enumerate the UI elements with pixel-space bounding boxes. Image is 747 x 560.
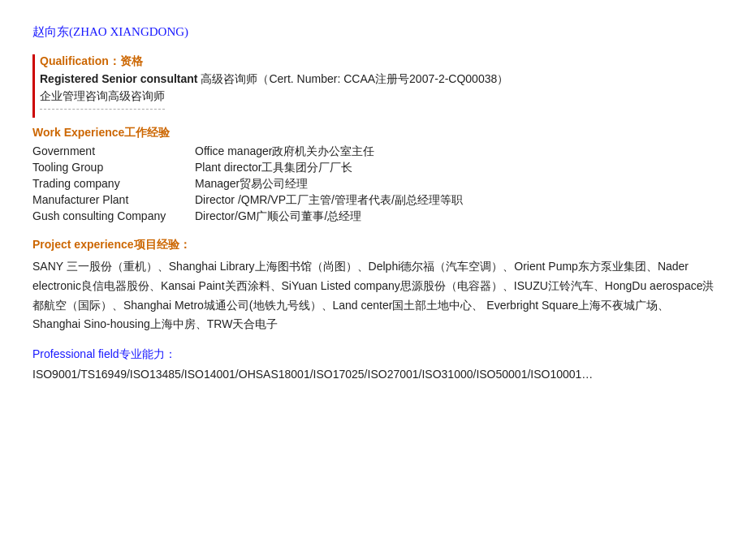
table-row: Trading companyManager贸易公司经理 (32, 176, 715, 192)
qualification-section: Qualification：资格 Registered Senior consu… (32, 54, 715, 118)
work-exp-label-cn: 工作经验 (124, 127, 170, 139)
work-exp-role: Manager贸易公司经理 (195, 176, 715, 192)
table-row: Tooling GroupPlant director工具集团分厂厂长 (32, 160, 715, 176)
prof-label-cn: 专业能力 (119, 348, 165, 360)
project-label-cn: 项目经验 (134, 239, 179, 251)
project-label-en: Project experience (32, 238, 134, 251)
work-experience-header: Work Experience工作经验 (32, 126, 715, 140)
work-exp-company: Government (32, 144, 195, 160)
work-experience-section: Work Experience工作经验 GovernmentOffice man… (32, 126, 715, 225)
prof-label-en: Professional field (32, 347, 119, 360)
work-exp-company: Manufacturer Plant (32, 192, 195, 209)
table-row: GovernmentOffice manager政府机关办公室主任 (32, 144, 715, 160)
project-body: SANY 三一股份（重机）、Shanghai Library上海图书馆（尚图）、… (32, 257, 715, 334)
table-row: Gush consulting CompanyDirector/GM广顺公司董事… (32, 209, 715, 225)
work-exp-label-en: Work Experience (32, 126, 124, 139)
registered-cn-text: 高级咨询师（Cert. Number: CCAA注册号2007-2-CQ0003… (201, 72, 508, 85)
work-exp-role: Office manager政府机关办公室主任 (195, 144, 715, 160)
qualification-header: Qualification：资格 (40, 54, 715, 69)
project-experience-section: Project experience项目经验： SANY 三一股份（重机）、Sh… (32, 238, 715, 334)
project-experience-header: Project experience项目经验： (32, 238, 715, 252)
project-colon: ： (179, 238, 191, 251)
enterprise-cn: 企业管理咨询高级咨询师 (40, 89, 715, 118)
professional-field-header: Professional field专业能力： (32, 347, 715, 362)
table-row: Manufacturer PlantDirector /QMR/VP工厂主管/管… (32, 192, 715, 209)
registered-en: Registered Senior consultant (40, 72, 197, 85)
work-exp-company: Tooling Group (32, 160, 195, 176)
registered-line: Registered Senior consultant 高级咨询师（Cert.… (40, 72, 715, 87)
prof-colon: ： (165, 348, 176, 360)
qualification-colon: ： (109, 55, 120, 67)
work-exp-role: Director/GM广顺公司董事/总经理 (195, 209, 715, 225)
qualification-label-en: Qualification (40, 54, 109, 67)
work-exp-role: Director /QMR/VP工厂主管/管理者代表/副总经理等职 (195, 192, 715, 209)
qualification-label-cn: 资格 (120, 55, 143, 67)
work-exp-role: Plant director工具集团分厂厂长 (195, 160, 715, 176)
page-title: 赵向东(ZHAO XIANGDONG) (32, 24, 715, 40)
work-exp-table: GovernmentOffice manager政府机关办公室主任Tooling… (32, 144, 715, 225)
professional-field-section: Professional field专业能力： ISO9001/TS16949/… (32, 347, 715, 383)
work-exp-company: Trading company (32, 176, 195, 192)
enterprise-cn-text: 企业管理咨询高级咨询师 (40, 89, 165, 110)
work-exp-company: Gush consulting Company (32, 209, 195, 225)
professional-body: ISO9001/TS16949/ISO13485/ISO14001/OHSAS1… (32, 365, 715, 383)
